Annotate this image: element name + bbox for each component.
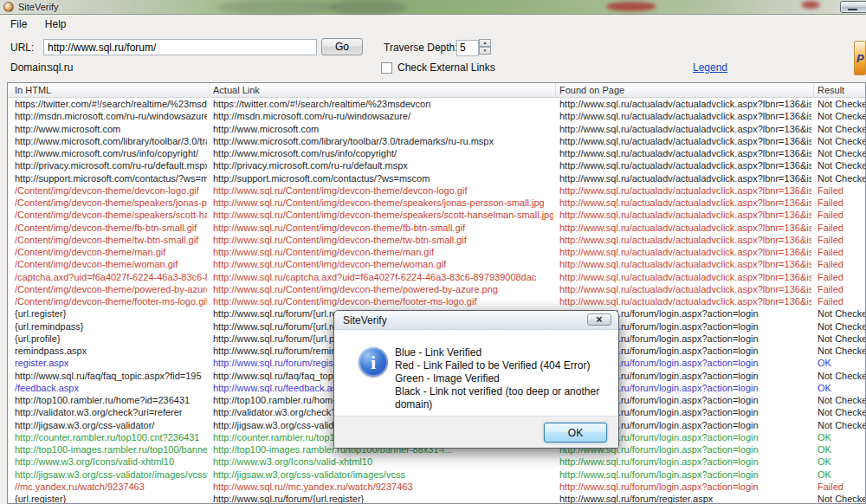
table-row[interactable]: /Content/img/devcon-theme/powered-by-azu… xyxy=(8,283,865,295)
traverse-depth-input[interactable] xyxy=(456,40,479,56)
cell-in-html: /captcha.axd?uid=f6a4027f-6224-46a3-83c6… xyxy=(15,271,207,283)
desktop-glass-smudge xyxy=(216,0,338,15)
minimize-icon xyxy=(848,9,857,10)
table-row[interactable]: https://twitter.com/#!/search/realtime/%… xyxy=(8,98,865,110)
cell-in-html: {url.remindpass} xyxy=(15,320,207,333)
column-header-found-on-page[interactable]: Found on Page xyxy=(559,85,624,95)
table-row[interactable]: http://privacy.microsoft.com/ru-ru/defau… xyxy=(8,159,865,171)
stepper-down-button[interactable]: ▼ xyxy=(479,47,491,55)
cell-result: Not Checked xyxy=(818,333,865,345)
url-input[interactable] xyxy=(43,39,317,55)
table-row[interactable]: /Content/img/devcon-theme/devcon-logo.gi… xyxy=(8,184,865,197)
table-row[interactable]: http://jigsaw.w3.org/css-validator/image… xyxy=(8,468,865,481)
table-row[interactable]: /Content/img/devcon-theme/man.gifhttp://… xyxy=(8,246,865,258)
table-row[interactable]: /Content/img/devcon-theme/speakers/scott… xyxy=(8,209,865,221)
cell-in-html: /Content/img/devcon-theme/footer-ms-logo… xyxy=(15,295,207,307)
table-row[interactable]: /Content/img/devcon-theme/speakers/jonas… xyxy=(8,197,865,209)
cell-in-html: http://validator.w3.org/check?uri=refere… xyxy=(15,406,207,418)
minimize-button[interactable] xyxy=(840,1,866,13)
table-row[interactable]: http://support.microsoft.com/contactus/?… xyxy=(8,172,865,184)
menu-help[interactable]: Help xyxy=(38,16,74,33)
cell-in-html: http://support.microsoft.com/contactus/?… xyxy=(15,172,207,184)
cell-in-html: /Content/img/devcon-theme/fb-btn-small.g… xyxy=(15,222,207,234)
cell-result: Failed xyxy=(818,209,865,221)
check-external-links-checkbox[interactable] xyxy=(381,62,392,74)
column-header-actual-link[interactable]: Actual Link xyxy=(213,85,260,95)
cell-result: Not Checked xyxy=(818,493,865,504)
cell-found-on-page: http://www.sql.ru/actualadv/actualadvcli… xyxy=(559,246,811,258)
table-row[interactable]: http://www.microsoft.com/rus/info/copyri… xyxy=(8,147,865,159)
column-header-in-html[interactable]: In HTML xyxy=(15,85,51,95)
dialog-close-button[interactable]: ❌︎ xyxy=(587,313,611,326)
domain-value: sql.ru xyxy=(48,61,73,74)
cell-in-html: /feedback.aspx xyxy=(15,382,207,394)
traverse-depth-stepper: ▲ ▼ xyxy=(456,39,491,55)
cell-found-on-page: http://www.sql.ru/forum/login.aspx?actio… xyxy=(559,456,811,468)
cell-actual-link: http://www.microsoft.com/rus/info/copyri… xyxy=(213,147,553,159)
cell-actual-link: http://www.sql.ru/Content/img/devcon-the… xyxy=(213,295,553,307)
legend-line: Red - Link Failed to be Verified (404 Er… xyxy=(395,359,618,372)
cell-result: Not Checked xyxy=(818,345,865,357)
dialog-title: SiteVerify xyxy=(343,314,387,326)
cell-result: Failed xyxy=(818,197,865,209)
table-row[interactable]: {url.register}http://www.sql.ru/forum/{u… xyxy=(8,493,865,504)
cell-in-html: {url.register} xyxy=(15,493,207,504)
legend-lines: Blue - Link VerifiedRed - Link Failed to… xyxy=(395,346,618,411)
cell-in-html: {url.register} xyxy=(15,307,207,320)
ok-button[interactable]: OK xyxy=(544,423,607,443)
domain-label: Domain: xyxy=(10,61,49,74)
column-header-result[interactable]: Result xyxy=(818,85,844,95)
table-row[interactable]: http://www.w3.org/Icons/valid-xhtml10htt… xyxy=(8,456,865,468)
cell-in-html: /Content/img/devcon-theme/devcon-logo.gi… xyxy=(15,184,207,197)
cell-found-on-page: http://www.sql.ru/actualadv/actualadvcli… xyxy=(559,172,811,184)
cell-in-html: /Content/img/devcon-theme/tw-btn-small.g… xyxy=(15,234,207,246)
url-label: URL: xyxy=(10,42,34,54)
desktop-file-icon: P xyxy=(854,41,866,75)
stepper-up-button[interactable]: ▲ xyxy=(479,39,491,47)
table-row[interactable]: http://msdn.microsoft.com/ru-ru/windowsa… xyxy=(8,110,865,122)
legend-link[interactable]: Legend xyxy=(693,61,727,74)
legend-dialog: SiteVerify ❌︎ i Blue - Link VerifiedRed … xyxy=(333,310,619,449)
cell-in-html: /Content/img/devcon-theme/woman.gif xyxy=(15,258,207,270)
cell-found-on-page: http://www.sql.ru/actualadv/actualadvcli… xyxy=(559,110,811,122)
menu-file[interactable]: File xyxy=(3,16,34,33)
cell-in-html: http://jigsaw.w3.org/css-validator/image… xyxy=(15,468,207,481)
cell-actual-link: http://www.sql.ru/Content/img/devcon-the… xyxy=(213,246,553,258)
cell-actual-link: http://www.sql.ru/Content/img/devcon-the… xyxy=(213,222,553,234)
table-row[interactable]: /Content/img/devcon-theme/tw-btn-small.g… xyxy=(8,234,865,246)
cell-found-on-page: http://www.sql.ru/actualadv/actualadvcli… xyxy=(559,234,811,246)
cell-result: Not Checked xyxy=(818,159,865,171)
table-header: In HTML Actual Link Found on Page Result xyxy=(8,83,865,98)
table-row[interactable]: /Content/img/devcon-theme/fb-btn-small.g… xyxy=(8,222,865,234)
cell-found-on-page: http://www.sql.ru/actualadv/actualadvcli… xyxy=(559,295,811,307)
table-row[interactable]: /captcha.axd?uid=f6a4027f-6224-46a3-83c6… xyxy=(8,271,865,283)
cell-result: Not Checked xyxy=(818,394,865,406)
cell-result: Not Checked xyxy=(818,320,865,333)
cell-in-html: register.aspx xyxy=(15,357,207,369)
cell-actual-link: http://www.sql.ru/Content/img/devcon-the… xyxy=(213,258,553,270)
cell-result: Failed xyxy=(818,246,865,258)
table-row[interactable]: /Content/img/devcon-theme/woman.gifhttp:… xyxy=(8,258,865,270)
table-row[interactable]: /Content/img/devcon-theme/footer-ms-logo… xyxy=(8,295,865,307)
cell-in-html: http://msdn.microsoft.com/ru-ru/windowsa… xyxy=(15,110,207,122)
menu-bar: File Help xyxy=(0,16,866,34)
cell-result: Not Checked xyxy=(818,123,865,135)
cell-actual-link: http://support.microsoft.com/contactus/?… xyxy=(213,172,553,184)
cell-in-html: /Content/img/devcon-theme/speakers/scott… xyxy=(15,209,207,221)
desktop-glass-smudge xyxy=(606,2,656,11)
cell-in-html: /Content/img/devcon-theme/man.gif xyxy=(15,246,207,258)
cell-in-html: http://privacy.microsoft.com/ru-ru/defau… xyxy=(15,159,207,171)
go-button[interactable]: Go xyxy=(321,38,363,55)
dialog-title-bar[interactable]: SiteVerify ❌︎ xyxy=(334,311,618,330)
table-row[interactable]: http://www.microsoft.com/library/toolbar… xyxy=(8,135,865,147)
cell-found-on-page: http://www.sql.ru/forum/login.aspx?actio… xyxy=(559,468,811,481)
check-external-links-label[interactable]: Check External Links xyxy=(397,61,495,74)
cell-actual-link: http://www.microsoft.com/library/toolbar… xyxy=(213,135,553,147)
cell-result: OK xyxy=(818,456,865,468)
table-row[interactable]: http://www.microsoft.comhttp://www.micro… xyxy=(8,123,865,135)
dialog-footer: OK xyxy=(334,416,618,448)
cell-actual-link: http://www.sql.ru/Content/img/devcon-the… xyxy=(213,234,553,246)
table-row[interactable]: //mc.yandex.ru/watch/9237463http://www.s… xyxy=(8,481,865,493)
title-bar[interactable]: SiteVerify xyxy=(0,0,866,15)
cell-result: Failed xyxy=(818,234,865,246)
